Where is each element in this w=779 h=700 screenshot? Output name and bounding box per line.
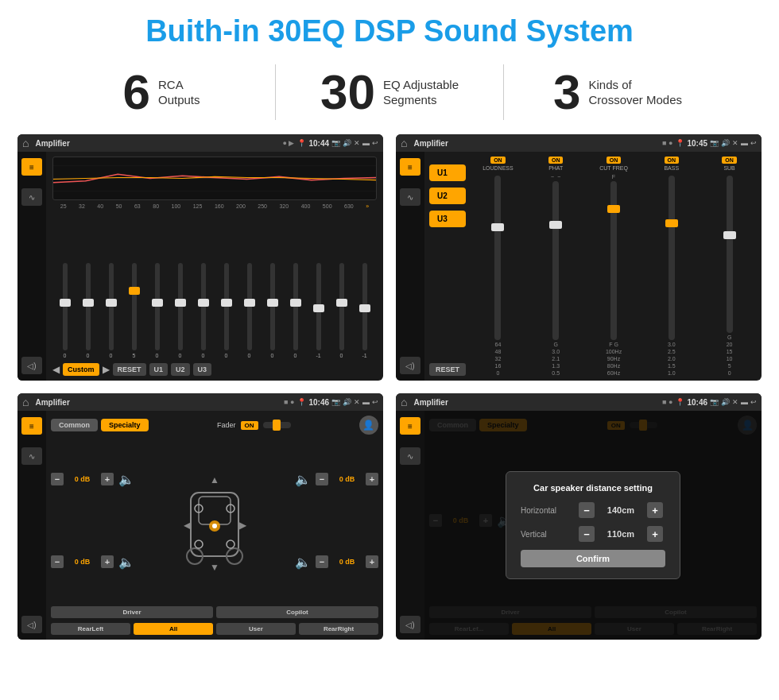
svg-point-10	[227, 540, 234, 548]
reset-crossover-btn[interactable]: RESET	[429, 363, 466, 376]
rearleft-btn[interactable]: RearLeft	[51, 623, 130, 635]
bass-label: BASS	[664, 165, 679, 171]
phat-label: PHAT	[548, 165, 563, 171]
wave-icon-btn-2[interactable]: ∿	[400, 188, 421, 206]
crossover-controls: ON LOUDNESS 644832160 ON PHAT	[471, 157, 757, 376]
u3-btn[interactable]: U3	[193, 363, 212, 376]
tab-common[interactable]: Common	[51, 419, 98, 431]
reset-btn[interactable]: RESET	[113, 363, 146, 376]
u3-crossover-btn[interactable]: U3	[429, 211, 466, 227]
status-icons-1: 📍 10:44 📷 🔊 ✕ ▬ ↩	[297, 139, 378, 148]
horizontal-plus[interactable]: +	[647, 502, 663, 518]
back-icon-4[interactable]: ↩	[750, 398, 757, 406]
screen3-content: ≡ ∿ ◁) Common Specialty Fader ON	[17, 411, 383, 640]
screen-distance: ⌂ Amplifier ■ ● 📍 10:46 📷 🔊 ✕ ▬ ↩ ≡ ∿ ◁)	[396, 393, 762, 640]
close-icon-3: ✕	[354, 398, 360, 406]
screen4-title: Amplifier	[413, 398, 659, 407]
db-plus-2[interactable]: +	[101, 555, 114, 568]
db-val-4: 0 dB	[333, 558, 361, 566]
db-plus-3[interactable]: +	[366, 473, 378, 485]
stat-text-rca: RCA Outputs	[158, 77, 200, 108]
eq-bottom-controls: ◀ Custom ▶ RESET U1 U2 U3	[52, 363, 377, 376]
u2-btn[interactable]: U2	[171, 363, 190, 376]
screens-grid: ⌂ Amplifier ● ▶ 📍 10:44 📷 🔊 ✕ ▬ ↩ ≡ ∿ ◁)	[0, 131, 779, 648]
bass-on[interactable]: ON	[665, 157, 680, 164]
status-icons-2: 📍 10:45 📷 🔊 ✕ ▬ ↩	[676, 139, 757, 148]
eq-icon-btn-2[interactable]: ≡	[400, 158, 421, 176]
distance-dialog: Car speaker distance setting Horizontal …	[506, 471, 680, 579]
db-plus-4[interactable]: +	[366, 555, 378, 568]
status-icons-3: 📍 10:46 📷 🔊 ✕ ▬ ↩	[297, 398, 378, 407]
fader-main-4: Common Specialty ON 👤 −	[424, 411, 762, 640]
crossover-main: U1 U2 U3 RESET ON LOUDNESS 644832160	[424, 152, 762, 381]
back-icon[interactable]: ↩	[372, 139, 378, 147]
phat-on[interactable]: ON	[548, 157, 564, 164]
sub-on[interactable]: ON	[722, 157, 737, 164]
camera-icon: 📷	[331, 139, 340, 147]
volume-icon: 🔊	[343, 139, 351, 147]
status-time-3: 10:46	[308, 398, 329, 407]
home-icon-3[interactable]: ⌂	[22, 396, 29, 408]
back-icon-2[interactable]: ↩	[750, 139, 757, 147]
horizontal-minus[interactable]: −	[579, 502, 595, 518]
wave-icon-btn[interactable]: ∿	[21, 188, 42, 206]
vertical-label: Vertical	[521, 530, 572, 539]
u2-crossover-btn[interactable]: U2	[429, 188, 466, 204]
db-minus-3[interactable]: −	[316, 473, 328, 485]
home-icon-4[interactable]: ⌂	[401, 396, 407, 408]
user-btn[interactable]: User	[216, 623, 296, 635]
cutfreq-on[interactable]: ON	[607, 157, 622, 164]
copilot-btn[interactable]: Copilot	[216, 606, 378, 618]
back-icon-3[interactable]: ↩	[372, 398, 378, 406]
close-icon-4: ✕	[732, 398, 738, 406]
volume-icon-3: 🔊	[343, 398, 351, 406]
eq-icon-btn-3[interactable]: ≡	[21, 417, 42, 435]
fader-main: Common Specialty Fader ON 👤	[46, 411, 383, 640]
stats-row: 6 RCA Outputs 30 EQ Adjustable Segments …	[0, 56, 779, 131]
speaker-icon-btn-2[interactable]: ◁)	[400, 357, 421, 374]
loudness-on[interactable]: ON	[490, 157, 506, 164]
eq-icon-btn[interactable]: ≡	[21, 158, 42, 176]
fader-on-badge[interactable]: ON	[241, 421, 258, 430]
fader-slider[interactable]	[263, 422, 291, 428]
vertical-minus[interactable]: −	[579, 526, 595, 542]
svg-rect-4	[199, 497, 231, 524]
left-icons-2: ≡ ∿ ◁)	[396, 152, 424, 381]
db-minus-4[interactable]: −	[316, 555, 328, 568]
svg-text:▲: ▲	[210, 474, 219, 485]
vertical-plus[interactable]: +	[647, 526, 663, 542]
db-plus-1[interactable]: +	[101, 473, 114, 485]
db-row-1: − 0 dB + 🔈	[51, 472, 134, 487]
svg-text:▶: ▶	[239, 520, 247, 531]
prev-button[interactable]: ◀	[52, 364, 60, 375]
user-icon[interactable]: 👤	[359, 416, 378, 435]
all-btn[interactable]: All	[134, 623, 213, 635]
car-diagram: ▲ ◀ ▶ ▼	[142, 439, 287, 601]
driver-btn[interactable]: Driver	[51, 606, 213, 618]
volume-icon-4: 🔊	[721, 398, 730, 406]
speaker-icon-btn-4[interactable]: ◁)	[400, 616, 421, 633]
stat-crossover: 3 Kinds of Crossover Modes	[504, 68, 731, 117]
vertical-val: 110cm	[601, 529, 641, 539]
custom-btn[interactable]: Custom	[63, 363, 99, 376]
rearright-btn[interactable]: RearRight	[299, 623, 378, 635]
confirm-button[interactable]: Confirm	[521, 550, 665, 567]
screen3-title: Amplifier	[35, 398, 281, 407]
loudness-label: LOUDNESS	[483, 165, 514, 171]
wave-icon-btn-4[interactable]: ∿	[400, 447, 421, 465]
home-icon-2[interactable]: ⌂	[401, 137, 407, 149]
next-button[interactable]: ▶	[103, 364, 110, 375]
speaker-icon-btn-3[interactable]: ◁)	[21, 616, 42, 633]
tab-specialty[interactable]: Specialty	[101, 419, 149, 431]
svg-text:◀: ◀	[184, 520, 192, 531]
eq-slider-13: -1	[354, 263, 375, 358]
home-icon[interactable]: ⌂	[22, 137, 29, 149]
wave-icon-btn-3[interactable]: ∿	[21, 447, 42, 465]
speaker-icon-btn[interactable]: ◁)	[21, 357, 42, 374]
left-icons-3: ≡ ∿ ◁)	[17, 411, 46, 640]
eq-icon-btn-4[interactable]: ≡	[400, 417, 421, 435]
u1-crossover-btn[interactable]: U1	[429, 164, 466, 181]
u1-btn[interactable]: U1	[149, 363, 169, 376]
db-minus-1[interactable]: −	[51, 473, 64, 485]
db-minus-2[interactable]: −	[51, 555, 64, 568]
